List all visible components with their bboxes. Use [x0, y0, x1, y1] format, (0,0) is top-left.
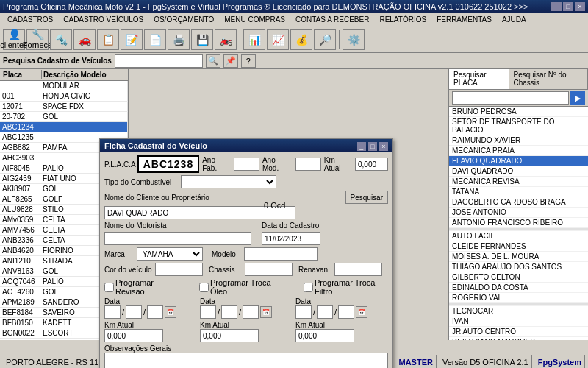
combustivel-select[interactable]: GASOLINA ÁLCOOL DIESEL FLEX GNV — [181, 175, 276, 188]
km-atual-input[interactable] — [355, 158, 388, 171]
data-cadastro-input[interactable] — [262, 232, 320, 245]
obs-textarea[interactable] — [104, 353, 388, 368]
data-revisao-m[interactable] — [126, 305, 142, 319]
vehicle-row[interactable]: 12071SPACE FDX — [0, 102, 128, 112]
right-search-input[interactable] — [452, 91, 569, 105]
client-item[interactable]: EDINALDO DA COSTA — [449, 283, 588, 293]
toolbar-btn7[interactable]: 📄 — [144, 29, 166, 50]
toolbar-btn14[interactable]: 🔎 — [314, 29, 336, 50]
modal-close-btn[interactable]: × — [379, 142, 388, 151]
client-item[interactable]: CLEIDE FERNANDES — [449, 241, 588, 252]
ano-fab-input[interactable] — [234, 158, 259, 171]
data-filtro-d[interactable] — [295, 305, 312, 319]
client-item[interactable]: JOSE ANTONIO — [449, 208, 588, 218]
motorista-input[interactable] — [104, 232, 251, 245]
cor-input[interactable] — [155, 263, 203, 276]
prog-revisao-check[interactable] — [104, 283, 114, 292]
prog-oleo-check[interactable] — [199, 283, 209, 292]
toolbar-btn4[interactable]: 🚗 — [74, 29, 96, 50]
menu-item-menu-compras[interactable]: MENU COMPRAS — [220, 15, 290, 24]
toolbar-btn6[interactable]: 📝 — [121, 29, 143, 50]
search-input[interactable] — [115, 54, 203, 68]
vehicle-row[interactable]: MODULAR — [0, 81, 128, 91]
renavan-input[interactable] — [334, 263, 382, 276]
tab-chassis[interactable]: Pesquisar Nº do Chassis — [509, 69, 588, 89]
client-item[interactable]: AUTO FACIL — [449, 231, 588, 241]
toolbar-btn3[interactable]: 🔩 — [50, 29, 72, 50]
client-item[interactable]: JR AUTO CENTRO — [449, 327, 588, 337]
client-item[interactable]: TECNOCAR — [449, 306, 588, 316]
km-revisao-input[interactable] — [104, 329, 163, 342]
modal-minimize-btn[interactable]: _ — [357, 142, 366, 151]
data-oleo-m[interactable] — [221, 305, 237, 319]
title-bar-controls[interactable]: _ □ × — [551, 2, 585, 11]
client-item[interactable]: THIAGO ARAUJO DOS SANTOS — [449, 262, 588, 272]
data-filtro-m[interactable] — [317, 305, 333, 319]
menu-item-relatórios[interactable]: RELATÓRIOS — [375, 15, 431, 24]
cal-oleo-btn[interactable]: 📅 — [260, 306, 272, 318]
toolbar-fornec-btn[interactable]: 🔧 Fornece — [26, 29, 49, 50]
client-item[interactable]: RAIMUNDO XAVIER — [449, 135, 588, 146]
modal-controls[interactable]: _ □ × — [357, 141, 388, 151]
prog-revisao-item[interactable]: Programar Revisão — [104, 278, 179, 296]
prog-filtro-item[interactable]: Programar Troca Filtro — [304, 278, 388, 296]
data-revisao-y[interactable] — [147, 305, 163, 319]
data-oleo-y[interactable] — [243, 305, 259, 319]
toolbar-btn9[interactable]: 💾 — [191, 29, 213, 50]
toolbar-btn5[interactable]: 📋 — [97, 29, 119, 50]
vehicle-row[interactable]: ABC1234 — [0, 122, 128, 132]
pesquisar-proprietario-btn[interactable]: Pesquisar — [345, 191, 388, 204]
client-item[interactable]: MECANICA REVISA — [449, 177, 588, 187]
toolbar-btn13[interactable]: 💰 — [290, 29, 312, 50]
prog-filtro-check[interactable] — [304, 283, 313, 292]
menu-item-ferramentas[interactable]: FERRAMENTAS — [432, 15, 496, 24]
client-item[interactable]: ROGERIO VAL — [449, 293, 588, 303]
client-item[interactable]: DEILOJIANO MARQUES — [449, 337, 588, 340]
modelo-input[interactable] — [244, 247, 318, 261]
menu-item-contas-a-receber[interactable]: CONTAS A RECEBER — [291, 15, 373, 24]
minimize-button[interactable]: _ — [551, 2, 562, 11]
ano-mod-input[interactable] — [295, 158, 321, 171]
cal-filtro-btn[interactable]: 📅 — [356, 306, 368, 318]
km-oleo-input[interactable] — [200, 329, 259, 342]
client-item[interactable]: MOISES A. DE L. MOURA — [449, 252, 588, 262]
maximize-button[interactable]: □ — [563, 2, 573, 11]
marca-select[interactable]: YAMAHA HONDA SUZUKI — [137, 247, 203, 261]
client-list[interactable]: BRUNO PEDROSASETOR DE TRANSPORTE DO PALA… — [449, 107, 588, 340]
vehicle-row[interactable]: 20-782GOL — [0, 112, 128, 122]
client-item[interactable]: DAVI QUADRADO — [449, 166, 588, 177]
menu-item-cadastros[interactable]: CADASTROS — [3, 15, 57, 24]
help-btn[interactable]: ? — [241, 54, 256, 68]
client-item[interactable]: BRUNO PEDROSA — [449, 107, 588, 117]
toolbar-btn11[interactable]: 📊 — [243, 29, 265, 50]
client-item[interactable]: ANTONIO FRANCISCO RIBEIRO — [449, 218, 588, 228]
chassis-input[interactable] — [245, 263, 293, 276]
client-item[interactable]: SETOR DE TRANSPORTE DO PALACIO — [449, 117, 588, 135]
menu-item-cadastro-veículos[interactable]: CADASTRO VEÍCULOS — [59, 15, 148, 24]
data-filtro-y[interactable] — [338, 305, 354, 319]
client-item[interactable]: IVAN — [449, 316, 588, 327]
client-item[interactable]: MECANICA PRAIA — [449, 146, 588, 156]
modal-maximize-btn[interactable]: □ — [368, 142, 377, 151]
data-oleo-d[interactable] — [200, 305, 216, 319]
client-item[interactable]: FLAVIO QUADRADO — [449, 156, 588, 166]
client-item[interactable]: TATANA — [449, 187, 588, 197]
menu-item-os/orçamento[interactable]: OS/ORÇAMENTO — [149, 15, 218, 24]
vehicle-row[interactable]: 001HONDA CIVIC — [0, 91, 128, 102]
data-revisao-d[interactable] — [104, 305, 121, 319]
search-btn[interactable]: 🔍 — [206, 54, 220, 68]
proprietario-input[interactable] — [104, 206, 295, 219]
close-button[interactable]: × — [575, 2, 585, 11]
toolbar-btn8[interactable]: 🖨️ — [168, 29, 190, 50]
prog-oleo-item[interactable]: Programar Troca Óleo — [199, 278, 283, 296]
toolbar-clientes-btn[interactable]: 👤 clientes — [3, 29, 25, 50]
right-search-button[interactable]: ▶ — [570, 91, 585, 105]
toolbar-btn12[interactable]: 📈 — [267, 29, 289, 50]
toolbar-btn10[interactable]: 🏍️ — [215, 29, 237, 50]
tab-placa[interactable]: Pesquisar PLACA — [449, 69, 509, 89]
menu-item-ajuda[interactable]: AJUDA — [498, 15, 531, 24]
client-item[interactable]: GILBERTO CELTON — [449, 272, 588, 283]
km-filtro-input[interactable] — [295, 329, 354, 342]
toolbar-btn15[interactable]: ⚙️ — [343, 29, 365, 50]
client-item[interactable]: DAGOBERTO CARDOSO BRAGA — [449, 197, 588, 208]
